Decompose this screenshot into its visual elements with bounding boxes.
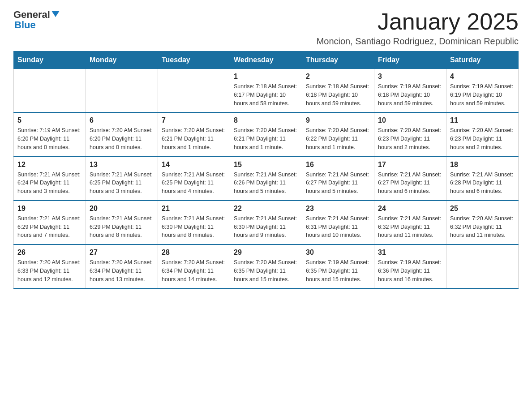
day-number: 21: [162, 205, 226, 213]
day-number: 10: [378, 116, 442, 124]
day-info: Sunrise: 7:19 AM Sunset: 6:36 PM Dayligh…: [378, 258, 442, 283]
calendar-cell: [86, 69, 158, 113]
day-number: 5: [17, 116, 82, 124]
calendar-day-header: Tuesday: [158, 51, 230, 69]
day-info: Sunrise: 7:18 AM Sunset: 6:18 PM Dayligh…: [306, 82, 370, 107]
day-info: Sunrise: 7:20 AM Sunset: 6:34 PM Dayligh…: [90, 258, 154, 283]
calendar-cell: [14, 69, 86, 113]
day-info: Sunrise: 7:21 AM Sunset: 6:25 PM Dayligh…: [90, 171, 154, 196]
day-info: Sunrise: 7:20 AM Sunset: 6:35 PM Dayligh…: [234, 258, 298, 283]
day-number: 25: [450, 205, 515, 213]
day-info: Sunrise: 7:20 AM Sunset: 6:22 PM Dayligh…: [306, 126, 370, 151]
day-info: Sunrise: 7:20 AM Sunset: 6:32 PM Dayligh…: [450, 214, 515, 240]
day-info: Sunrise: 7:21 AM Sunset: 6:27 PM Dayligh…: [378, 171, 442, 196]
logo: General Blue: [13, 9, 60, 30]
day-number: 17: [378, 161, 442, 169]
page-header: General Blue January 2025 Moncion, Santi…: [13, 9, 519, 47]
day-number: 11: [450, 116, 515, 124]
day-info: Sunrise: 7:20 AM Sunset: 6:34 PM Dayligh…: [162, 258, 226, 283]
day-info: Sunrise: 7:19 AM Sunset: 6:20 PM Dayligh…: [17, 126, 82, 151]
day-info: Sunrise: 7:19 AM Sunset: 6:18 PM Dayligh…: [378, 82, 442, 107]
day-info: Sunrise: 7:21 AM Sunset: 6:26 PM Dayligh…: [234, 171, 298, 196]
logo-text-blue: Blue: [14, 19, 36, 30]
calendar-cell: 20Sunrise: 7:21 AM Sunset: 6:29 PM Dayli…: [86, 201, 158, 244]
day-info: Sunrise: 7:20 AM Sunset: 6:20 PM Dayligh…: [90, 126, 154, 151]
calendar-cell: 24Sunrise: 7:21 AM Sunset: 6:32 PM Dayli…: [374, 201, 446, 244]
calendar-cell: [158, 69, 230, 113]
day-info: Sunrise: 7:20 AM Sunset: 6:21 PM Dayligh…: [162, 126, 226, 151]
calendar-cell: 22Sunrise: 7:21 AM Sunset: 6:30 PM Dayli…: [230, 201, 302, 244]
calendar-cell: [446, 244, 519, 288]
calendar-day-header: Wednesday: [230, 51, 302, 69]
day-number: 16: [306, 161, 370, 169]
day-info: Sunrise: 7:21 AM Sunset: 6:30 PM Dayligh…: [162, 214, 226, 240]
day-number: 4: [450, 73, 515, 81]
logo-text-general: General: [13, 10, 50, 20]
day-number: 7: [162, 116, 226, 124]
day-info: Sunrise: 7:21 AM Sunset: 6:25 PM Dayligh…: [162, 171, 226, 196]
calendar-cell: 27Sunrise: 7:20 AM Sunset: 6:34 PM Dayli…: [86, 244, 158, 288]
calendar-cell: 19Sunrise: 7:21 AM Sunset: 6:29 PM Dayli…: [14, 201, 86, 244]
calendar-day-header: Sunday: [14, 51, 86, 69]
calendar-cell: 30Sunrise: 7:19 AM Sunset: 6:35 PM Dayli…: [302, 244, 374, 288]
calendar-cell: 7Sunrise: 7:20 AM Sunset: 6:21 PM Daylig…: [158, 112, 230, 156]
calendar-day-header: Thursday: [302, 51, 374, 69]
calendar-cell: 21Sunrise: 7:21 AM Sunset: 6:30 PM Dayli…: [158, 201, 230, 244]
calendar-week-row: 12Sunrise: 7:21 AM Sunset: 6:24 PM Dayli…: [14, 157, 519, 201]
day-info: Sunrise: 7:21 AM Sunset: 6:27 PM Dayligh…: [306, 171, 370, 196]
day-number: 6: [90, 116, 154, 124]
calendar-cell: 4Sunrise: 7:19 AM Sunset: 6:19 PM Daylig…: [446, 69, 519, 113]
logo-arrow-icon: [51, 9, 60, 19]
day-number: 18: [450, 161, 515, 169]
svg-marker-0: [51, 11, 60, 17]
day-number: 1: [234, 73, 298, 81]
title-block: January 2025 Moncion, Santiago Rodriguez…: [317, 9, 519, 47]
calendar-cell: 25Sunrise: 7:20 AM Sunset: 6:32 PM Dayli…: [446, 201, 519, 244]
day-info: Sunrise: 7:20 AM Sunset: 6:23 PM Dayligh…: [450, 126, 515, 151]
day-number: 28: [162, 248, 226, 257]
day-number: 30: [306, 248, 370, 257]
calendar-cell: 5Sunrise: 7:19 AM Sunset: 6:20 PM Daylig…: [14, 112, 86, 156]
calendar-cell: 8Sunrise: 7:20 AM Sunset: 6:21 PM Daylig…: [230, 112, 302, 156]
day-number: 20: [90, 205, 154, 213]
calendar-cell: 2Sunrise: 7:18 AM Sunset: 6:18 PM Daylig…: [302, 69, 374, 113]
calendar-cell: 10Sunrise: 7:20 AM Sunset: 6:23 PM Dayli…: [374, 112, 446, 156]
day-number: 23: [306, 205, 370, 213]
calendar-cell: 13Sunrise: 7:21 AM Sunset: 6:25 PM Dayli…: [86, 157, 158, 201]
calendar-cell: 3Sunrise: 7:19 AM Sunset: 6:18 PM Daylig…: [374, 69, 446, 113]
day-info: Sunrise: 7:21 AM Sunset: 6:32 PM Dayligh…: [378, 214, 442, 240]
day-number: 12: [17, 161, 82, 169]
day-number: 14: [162, 161, 226, 169]
day-number: 29: [234, 248, 298, 257]
calendar-cell: 18Sunrise: 7:21 AM Sunset: 6:28 PM Dayli…: [446, 157, 519, 201]
day-number: 2: [306, 73, 370, 81]
calendar-cell: 29Sunrise: 7:20 AM Sunset: 6:35 PM Dayli…: [230, 244, 302, 288]
calendar-cell: 1Sunrise: 7:18 AM Sunset: 6:17 PM Daylig…: [230, 69, 302, 113]
day-info: Sunrise: 7:21 AM Sunset: 6:29 PM Dayligh…: [17, 214, 82, 240]
day-info: Sunrise: 7:20 AM Sunset: 6:23 PM Dayligh…: [378, 126, 442, 151]
calendar-cell: 23Sunrise: 7:21 AM Sunset: 6:31 PM Dayli…: [302, 201, 374, 244]
calendar-day-header: Friday: [374, 51, 446, 69]
day-info: Sunrise: 7:21 AM Sunset: 6:28 PM Dayligh…: [450, 171, 515, 196]
calendar-cell: 15Sunrise: 7:21 AM Sunset: 6:26 PM Dayli…: [230, 157, 302, 201]
day-number: 26: [17, 248, 82, 257]
day-info: Sunrise: 7:20 AM Sunset: 6:21 PM Dayligh…: [234, 126, 298, 151]
day-number: 31: [378, 248, 442, 257]
calendar-cell: 11Sunrise: 7:20 AM Sunset: 6:23 PM Dayli…: [446, 112, 519, 156]
calendar-day-header: Saturday: [446, 51, 519, 69]
calendar-cell: 31Sunrise: 7:19 AM Sunset: 6:36 PM Dayli…: [374, 244, 446, 288]
page-subtitle: Moncion, Santiago Rodriguez, Dominican R…: [317, 36, 519, 47]
day-info: Sunrise: 7:21 AM Sunset: 6:24 PM Dayligh…: [17, 171, 82, 196]
day-number: 15: [234, 161, 298, 169]
day-number: 27: [90, 248, 154, 257]
day-info: Sunrise: 7:21 AM Sunset: 6:31 PM Dayligh…: [306, 214, 370, 240]
calendar-cell: 26Sunrise: 7:20 AM Sunset: 6:33 PM Dayli…: [14, 244, 86, 288]
day-info: Sunrise: 7:19 AM Sunset: 6:19 PM Dayligh…: [450, 82, 515, 107]
day-info: Sunrise: 7:18 AM Sunset: 6:17 PM Dayligh…: [234, 82, 298, 107]
calendar-week-row: 5Sunrise: 7:19 AM Sunset: 6:20 PM Daylig…: [14, 112, 519, 156]
calendar-cell: 17Sunrise: 7:21 AM Sunset: 6:27 PM Dayli…: [374, 157, 446, 201]
day-info: Sunrise: 7:21 AM Sunset: 6:29 PM Dayligh…: [90, 214, 154, 240]
calendar-cell: 12Sunrise: 7:21 AM Sunset: 6:24 PM Dayli…: [14, 157, 86, 201]
calendar-week-row: 19Sunrise: 7:21 AM Sunset: 6:29 PM Dayli…: [14, 201, 519, 244]
day-number: 24: [378, 205, 442, 213]
